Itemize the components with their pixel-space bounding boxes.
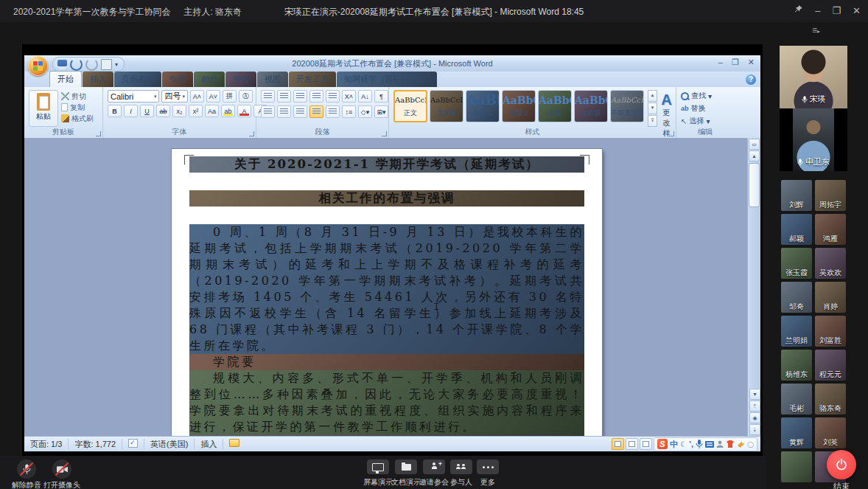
scrollbar-thumb[interactable] [749,163,760,207]
featured-video[interactable]: 宋瑛 [780,46,847,108]
print-preview-icon[interactable] [101,59,112,70]
ribbon-tab[interactable]: 审阅 [225,72,256,87]
underline-icon[interactable]: U [140,105,154,117]
ribbon-tab[interactable]: 视图 [257,72,288,87]
scroll-up-icon[interactable]: ▲ [749,150,760,162]
voice-input-icon[interactable] [696,440,703,448]
participant-thumbnail[interactable]: 吴欢欢 [815,248,846,279]
participant-thumbnail[interactable]: 周拓宇 [815,180,846,211]
word-count[interactable]: 字数: 1,772 [69,439,122,449]
font-color-icon[interactable]: A [237,105,251,117]
participant-thumbnail[interactable]: 杨维东 [781,350,812,381]
asian-layout-icon[interactable]: X˄ [342,90,356,103]
participant-thumbnail[interactable] [781,451,812,482]
ime-collapse-icon[interactable]: ◯ [747,441,754,448]
punctuation-icon[interactable]: ’, [689,440,693,448]
paste-button[interactable]: 粘贴 [29,90,58,127]
word-minimize-icon[interactable]: – [718,58,723,67]
grow-font-icon[interactable]: A˄ [190,90,204,103]
copy-button[interactable]: 复制 [61,103,94,112]
find-button[interactable]: 查找 ▾ [681,91,712,101]
pin-icon[interactable] [794,4,803,17]
increase-indent-icon[interactable] [326,90,340,103]
sogou-logo-icon[interactable]: S [657,439,668,449]
style-chip[interactable]: AaBbC 标题 2 [502,90,536,122]
maximize-icon[interactable]: ❐ [832,5,841,17]
spell-check-status[interactable] [122,439,144,449]
word-maximize-icon[interactable]: ❐ [732,58,739,67]
strikethrough-icon[interactable]: ab [156,105,170,117]
camera-button[interactable]: 打开摄像头 [41,459,83,489]
participant-thumbnail[interactable]: 兰明娟 [781,316,812,347]
save-icon[interactable] [57,60,67,69]
cut-button[interactable]: 剪切 [61,91,94,101]
participant-thumbnail[interactable]: 张玉霞 [781,248,812,279]
highlight-color-icon[interactable]: ab [221,105,235,117]
sidebar-collapse-icon[interactable]: ≡▸ [812,25,820,35]
office-button[interactable] [28,56,48,76]
font-name-select[interactable]: Calibri▾ [108,90,159,103]
toolbox-icon[interactable] [737,440,745,448]
align-center-icon[interactable] [277,105,291,118]
browse-object-icon[interactable]: ◉ [749,412,760,423]
web-layout-view-icon[interactable] [640,438,652,450]
dialog-launcher-icon[interactable] [96,131,101,136]
font-size-select[interactable]: 四号▾ [161,90,188,103]
replace-button[interactable]: ab替换 [681,103,712,114]
format-painter-button[interactable]: 格式刷 [61,114,94,123]
participant-thumbnail[interactable]: 毛彬 [781,384,812,415]
participant-thumbnail[interactable]: 骆东奇 [815,384,846,415]
multilevel-list-icon[interactable] [293,90,307,103]
help-icon[interactable]: ? [746,74,756,85]
style-scroll-down-icon[interactable]: ▼ [648,103,657,114]
skin-icon[interactable] [726,440,735,448]
undo-icon[interactable] [70,58,83,71]
fullscreen-view-icon[interactable] [626,438,638,450]
style-chip[interactable]: AaBbCcDd 无间隔 [430,90,463,122]
redo-icon[interactable] [85,58,98,71]
style-chip[interactable]: AaBbC 标题 [538,90,572,122]
change-case-icon[interactable]: Aa [205,105,219,117]
align-left-icon[interactable] [261,105,275,118]
distribute-icon[interactable] [326,105,340,118]
document-page[interactable]: 关于 2020-2021-1 学期开学考试（延期考试）相关工作的布置与强调0 周… [172,149,602,437]
ribbon-tab[interactable]: 引用 [162,72,193,87]
borders-icon[interactable]: ⊞▾ [374,105,388,118]
participant-thumbnail[interactable]: 黄辉 [781,417,812,448]
style-chip[interactable]: AaBbCcDd 不明显强调 [610,90,644,122]
style-chip[interactable]: AaBbCcDd 正文 [393,90,427,122]
style-chip[interactable]: AaBbC 副标题 [574,90,608,122]
ribbon-tab[interactable]: 知网研学（原E-Study） [337,72,437,87]
bold-icon[interactable]: B [108,105,122,117]
fullhalf-width-icon[interactable]: ☾ [680,440,687,448]
vertical-scrollbar[interactable]: ▭ ▲ ▼ ⇡ ◉ ⇣ [747,138,760,437]
macro-record-status[interactable] [223,439,245,449]
participant-thumbnail[interactable]: 刘英 [815,417,846,448]
unmute-button[interactable]: 解除静音 [10,459,43,489]
participant-thumbnail[interactable]: 郝颖 [781,214,812,245]
italic-icon[interactable]: I [124,105,138,117]
qat-customize-icon[interactable]: ▾ [115,61,118,68]
more-button[interactable]: 更多 [473,459,503,488]
ruler-toggle-icon[interactable]: ▭ [749,139,760,150]
sort-icon[interactable]: A↓ [358,90,372,103]
superscript-icon[interactable]: x² [189,105,203,117]
shading-icon[interactable]: ◇▾ [358,105,372,118]
page-indicator[interactable]: 页面: 1/3 [24,439,69,449]
subscript-icon[interactable]: x₂ [172,105,186,117]
character-border-icon[interactable]: Ⓐ [239,90,253,103]
word-close-icon[interactable]: ✕ [748,58,755,67]
dialog-launcher-icon[interactable] [669,131,674,136]
participant-thumbnail[interactable]: 刘富胜 [815,316,846,347]
ribbon-tab[interactable]: 开始 [49,71,82,87]
line-spacing-icon[interactable]: ↕≡ [342,105,356,118]
dialog-launcher-icon[interactable] [249,131,254,136]
justify-icon[interactable] [309,105,323,118]
participant-thumbnail[interactable]: 程元元 [815,350,846,381]
style-scroll-up-icon[interactable]: ▲ [648,90,657,102]
style-gallery-more-icon[interactable]: ⊽ [648,115,657,127]
minimize-icon[interactable]: – [815,5,820,17]
close-icon[interactable]: ✕ [853,5,861,17]
select-button[interactable]: ↖选择 ▾ [681,116,712,126]
ribbon-tab[interactable]: 邮件 [194,72,225,87]
